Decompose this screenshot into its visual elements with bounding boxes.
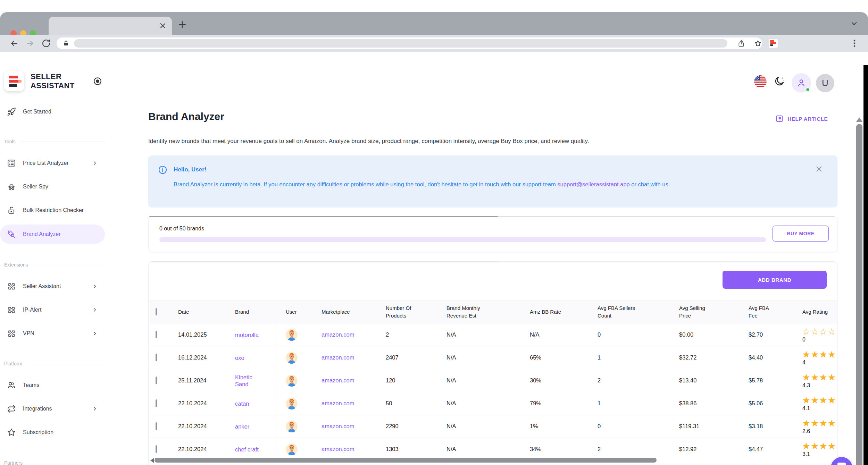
user-avatar[interactable]: U <box>816 74 834 92</box>
column-header-avg-fba-sellers-count[interactable]: Avg FBA Sellers Count <box>598 304 679 320</box>
column-header-amz-bb-rate[interactable]: Amz BB Rate <box>530 308 598 316</box>
row-checkbox[interactable] <box>156 331 157 338</box>
banner-close-icon[interactable] <box>815 165 823 173</box>
seller-assistant-extension-icon[interactable] <box>769 39 778 48</box>
user-avatar-image <box>286 352 298 364</box>
sidebar-item-brand-analyzer[interactable]: Brand Analyzer <box>0 225 105 244</box>
rating-value: 3.1 <box>802 451 837 457</box>
share-icon[interactable] <box>738 40 745 47</box>
back-button[interactable] <box>10 39 19 48</box>
sidebar-item-seller-spy[interactable]: Seller Spy <box>0 177 105 196</box>
sidebar-item-integrations[interactable]: Integrations <box>0 399 105 418</box>
bookmark-star-icon[interactable] <box>754 40 761 47</box>
cell-number-of-products: 2290 <box>386 423 446 430</box>
dark-mode-toggle-icon[interactable] <box>774 75 785 87</box>
sidebar-item-label: Seller Assistant <box>23 283 61 289</box>
sidebar-item-label: Teams <box>23 382 39 388</box>
cell-amz-bb-rate: 79% <box>530 400 598 407</box>
column-header-number-of-products[interactable]: Number Of Products <box>386 304 446 320</box>
brands-table: Date Brand User Marketplace Number Of Pr… <box>149 301 837 461</box>
table-row: 14.01.2025 motorolla amazon.com 2 N/A N/… <box>149 323 837 346</box>
table-horizontal-scrollbar[interactable] <box>149 458 837 463</box>
sidebar-item-label: Seller Spy <box>23 184 48 190</box>
marketplace-link[interactable]: amazon.com <box>322 377 354 383</box>
table-row: 22.10.2024 anker amazon.com 2290 N/A 1% … <box>149 415 837 438</box>
cell-amz-bb-rate: 65% <box>530 354 598 361</box>
stars-fill: ★★★★★ <box>802 396 837 405</box>
row-checkbox[interactable] <box>156 445 157 453</box>
cell-avg-fba-sellers-count: 0 <box>598 423 679 430</box>
cell-avg-selling-price: $119.31 <box>679 423 749 430</box>
rating-value: 4.1 <box>802 405 837 412</box>
new-tab-button[interactable] <box>178 20 187 29</box>
app-viewport: SELLER ASSISTANT Get Started Tools Price… <box>0 64 868 465</box>
sidebar-item-price-list-analyzer[interactable]: Price List Analyzer <box>0 153 105 173</box>
forward-button[interactable] <box>26 39 35 48</box>
url-bar[interactable] <box>57 37 762 49</box>
browser-window: SELLER ASSISTANT Get Started Tools Price… <box>0 12 868 465</box>
column-header-marketplace[interactable]: Marketplace <box>322 308 386 316</box>
language-flag-icon[interactable] <box>754 75 767 88</box>
teams-icon <box>7 381 16 390</box>
rocket-icon <box>7 107 16 116</box>
sidebar-item-seller-assistant-extension[interactable]: Seller Assistant <box>0 277 105 296</box>
sidebar-item-subscription[interactable]: Subscription <box>0 423 105 442</box>
browser-menu-icon[interactable] <box>853 39 856 48</box>
stars-fill: ★★★★★ <box>802 441 837 451</box>
horizontal-scrollbar-thumb[interactable] <box>155 458 657 463</box>
vertical-scrollbar-thumb[interactable] <box>856 124 862 465</box>
marketplace-link[interactable]: amazon.com <box>322 423 354 429</box>
column-header-avg-selling-price[interactable]: Avg Selling Price <box>679 304 749 320</box>
column-header-brand[interactable]: Brand <box>235 308 276 316</box>
scroll-up-arrow-icon[interactable] <box>856 117 862 122</box>
column-header-date[interactable]: Date <box>178 308 235 316</box>
marketplace-link[interactable]: amazon.com <box>322 400 354 406</box>
row-checkbox[interactable] <box>156 354 157 361</box>
help-article-link[interactable]: HELP ARTICLE <box>776 115 828 122</box>
select-all-checkbox[interactable] <box>156 308 157 315</box>
sidebar-item-ip-alert[interactable]: IP-Alert <box>0 300 105 320</box>
screen-edge <box>863 65 868 465</box>
column-header-avg-fba-fee[interactable]: Avg FBA Fee <box>749 304 802 320</box>
sidebar-item-teams[interactable]: Teams <box>0 375 105 395</box>
row-checkbox[interactable] <box>156 422 157 430</box>
column-header-avg-rating[interactable]: Avg Rating <box>802 308 837 316</box>
row-checkbox[interactable] <box>156 377 157 384</box>
sidebar-section-tools: Tools <box>4 139 105 144</box>
brand-link[interactable]: Kinetic Sand <box>235 374 265 388</box>
integrations-repeat-icon <box>7 404 16 413</box>
seller-assistant-logo[interactable] <box>4 71 24 91</box>
brand-link[interactable]: catan <box>235 400 249 407</box>
sidebar-item-bulk-restriction-checker[interactable]: Bulk Restriction Checker <box>0 201 105 220</box>
support-email-link[interactable]: support@sellerassistant.app <box>557 181 629 187</box>
brand-link[interactable]: oxo <box>235 354 244 361</box>
url-text-placeholder <box>74 39 727 48</box>
column-header-brand-monthly-revenue[interactable]: Brand Monthly Revenue Est <box>446 304 530 320</box>
sidebar: SELLER ASSISTANT Get Started Tools Price… <box>0 64 108 465</box>
column-header-user[interactable]: User <box>276 308 322 316</box>
person-icon <box>796 78 806 88</box>
rating-value: 2.6 <box>802 428 837 434</box>
add-brand-button[interactable]: ADD BRAND <box>723 271 827 289</box>
tab-search-chevron-icon[interactable] <box>850 19 858 28</box>
cell-amz-bb-rate: N/A <box>530 331 598 338</box>
scroll-left-arrow-icon[interactable] <box>150 458 154 463</box>
brand-link[interactable]: motorolla <box>235 331 259 338</box>
brand-link[interactable]: chef craft <box>235 446 259 453</box>
buy-more-button[interactable]: BUY MORE <box>773 226 829 242</box>
brand-link[interactable]: anker <box>235 423 249 430</box>
marketplace-link[interactable]: amazon.com <box>322 331 354 338</box>
cell-number-of-products: 50 <box>386 400 446 407</box>
info-icon <box>158 165 167 175</box>
sidebar-item-get-started[interactable]: Get Started <box>0 102 105 121</box>
sidebar-item-vpn[interactable]: VPN <box>0 324 105 343</box>
tab-close-icon[interactable] <box>159 22 167 30</box>
sidebar-collapse-toggle-icon[interactable] <box>93 77 102 86</box>
marketplace-link[interactable]: amazon.com <box>322 354 354 361</box>
reload-button[interactable] <box>42 39 51 48</box>
browser-tab[interactable] <box>49 17 172 35</box>
row-checkbox[interactable] <box>156 399 157 407</box>
cell-number-of-products: 120 <box>386 377 446 384</box>
marketplace-link[interactable]: amazon.com <box>322 446 354 452</box>
account-button[interactable] <box>792 73 811 93</box>
